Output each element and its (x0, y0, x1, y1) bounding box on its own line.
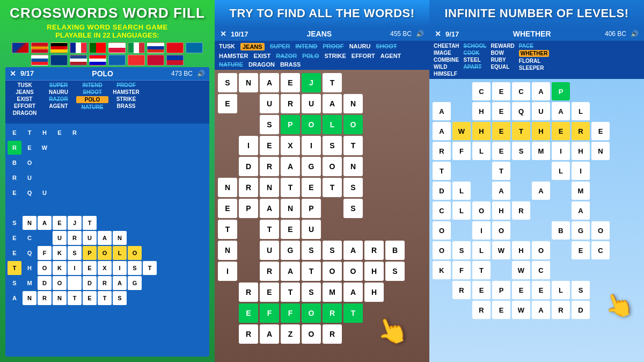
cell2: U (302, 220, 321, 239)
sound-icon2[interactable]: 🔊 (416, 30, 424, 38)
panel1-subtitle2: PLAYABLE IN 22 LANGUAGES: (55, 31, 159, 39)
game1-progress: 9/17 (20, 69, 34, 77)
cell2: O (302, 115, 321, 134)
cell: F (38, 246, 52, 260)
cell2 (218, 324, 237, 344)
flag-es (31, 42, 48, 53)
cell2: A (260, 324, 279, 344)
cell2: D (239, 157, 258, 176)
cell3: K (433, 261, 451, 279)
cell3: H (512, 241, 530, 259)
w2-nauru: NAURU (349, 43, 371, 50)
cell2: R (239, 324, 258, 344)
game2-grid[interactable]: S N A E J T E U R U A N S P (215, 70, 429, 362)
cell2: E (302, 178, 321, 197)
cell3: C (512, 82, 530, 100)
word-brass: BRASS (110, 103, 142, 109)
cell: E (53, 216, 67, 230)
flag-hr (89, 55, 106, 66)
cell2: T (281, 283, 300, 302)
cell3 (472, 162, 491, 180)
cell3: L (472, 241, 491, 259)
cell (38, 231, 52, 245)
word-hamster: HAMSTER (110, 89, 142, 95)
cell3: G (572, 221, 590, 240)
cell2: E (239, 303, 258, 323)
cell3: P (492, 281, 510, 299)
cell2: R (260, 157, 279, 176)
cell2: U (260, 94, 279, 113)
cell3: I (472, 221, 491, 240)
flag-fr (70, 42, 87, 53)
cell: U (83, 231, 97, 245)
cell: A (98, 231, 112, 245)
game1-grid[interactable]: E T H E R R E W B O R U E Q U (5, 124, 209, 307)
game3-header: ✕ 9/17 WHETHER 406 BC 🔊 (429, 27, 644, 41)
game2-word: JEANS (253, 30, 386, 38)
word-dragon: DRAGON (9, 110, 41, 116)
cell2: A (260, 73, 279, 92)
panel1-game[interactable]: ✕ 9/17 POLO 473 BC 🔊 TUSK JEANS EXIST EF… (5, 67, 209, 357)
cell3: A (433, 102, 451, 120)
cell3: S (452, 241, 471, 259)
cell3 (433, 301, 451, 319)
close-icon[interactable]: ✕ (10, 69, 16, 78)
cell: S (8, 276, 21, 290)
panel3: INFINITE NUMBER OF LEVELS! ✕ 9/17 WHETHE… (429, 0, 644, 362)
cell3: O (433, 241, 451, 259)
game2-progress: 10/17 (231, 30, 248, 38)
cell: D (38, 276, 52, 290)
cell3: C (532, 261, 550, 279)
word-exist: EXIST (9, 96, 41, 102)
close-icon3[interactable]: ✕ (435, 30, 441, 38)
cell3 (532, 162, 550, 180)
cell2: A (343, 241, 363, 260)
word-proof: PROOF (110, 82, 142, 88)
cell2: T (281, 178, 300, 197)
flag-de (50, 42, 68, 53)
panel2-game[interactable]: ✕ 10/17 JEANS 455 BC 🔊 TUSK JEANS SUPER … (215, 27, 429, 362)
cell: A (38, 216, 52, 230)
cell2: J (302, 73, 321, 92)
cell2: O (323, 157, 342, 176)
w3-pace: PACE (519, 43, 550, 49)
w2-hamster: HAMSTER (219, 53, 248, 59)
sound-icon[interactable]: 🔊 (197, 70, 205, 77)
panel1-title: CROSSWORDS WORD FILL (10, 5, 205, 21)
cell3: H (532, 122, 550, 140)
cell: S (8, 216, 21, 230)
flag-fi (50, 55, 68, 66)
cell2: T (343, 136, 363, 155)
game3-score: 406 BC (605, 30, 626, 38)
grid2-row10: I R A T O O H S (218, 262, 426, 281)
cell3: C (433, 201, 451, 220)
grid3-row9: O S L W H O E C (433, 241, 641, 259)
flag-gr (108, 55, 126, 66)
grid2-row6: N R N T E T S (218, 178, 426, 197)
sound-icon3[interactable]: 🔊 (631, 30, 639, 38)
cell2: L (323, 115, 342, 134)
cell3: E (492, 82, 510, 100)
cell2: R (239, 178, 258, 197)
game3-grid[interactable]: C E C A P A H E Q U A L A W H E T H E R … (429, 79, 644, 362)
wordcol1: TUSK JEANS EXIST EFFORT DRAGON (9, 82, 41, 122)
cell: I (113, 261, 127, 275)
cell3: C (591, 241, 610, 259)
grid3-row6: D L A A M (433, 182, 641, 200)
cell: E (8, 231, 21, 245)
game2-header: ✕ 10/17 JEANS 455 BC 🔊 (215, 27, 429, 41)
cell3: R (452, 281, 471, 299)
cell: R (8, 171, 21, 185)
cell3 (433, 281, 451, 299)
cell3: L (552, 162, 570, 180)
cell: H (23, 261, 36, 275)
cell: T (8, 261, 21, 275)
cell3: W (452, 122, 471, 140)
grid3-row8: O I O B G O (433, 221, 641, 240)
cell: S (113, 291, 127, 305)
cell3: L (452, 182, 471, 200)
w2-polo: POLO (302, 53, 319, 59)
word-razor: RAZOR (42, 96, 75, 102)
close-icon2[interactable]: ✕ (220, 30, 226, 38)
w3-cheetah: CHEETAH (434, 43, 459, 49)
